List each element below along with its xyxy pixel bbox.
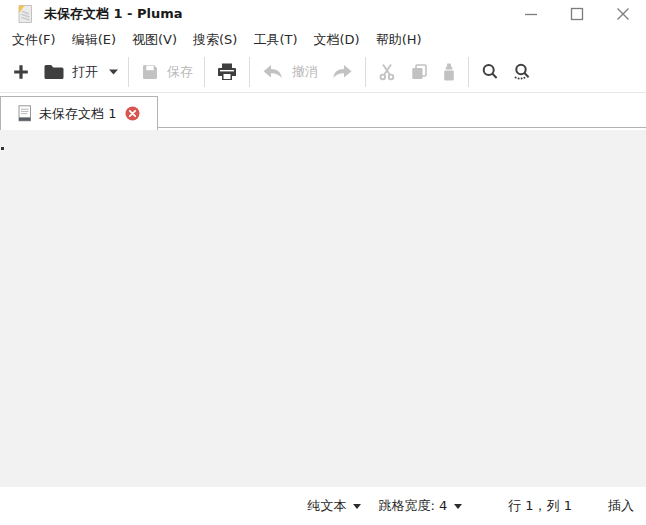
open-button-label: 打开: [72, 63, 98, 81]
find-button[interactable]: [474, 57, 506, 87]
menu-tools[interactable]: 工具(T): [245, 29, 305, 51]
undo-button-label: 撤消: [292, 63, 318, 81]
tab-unsaved-document[interactable]: 未保存文档 1: [0, 96, 158, 130]
search-replace-icon: [512, 62, 532, 82]
close-button[interactable]: [600, 0, 646, 28]
menu-file[interactable]: 文件(F): [4, 29, 64, 51]
save-floppy-icon: [140, 62, 160, 82]
cursor-position: 行 1，列 1: [508, 497, 572, 515]
dropdown-arrow-icon: [109, 69, 118, 75]
cursor-position-label: 行 1，列 1: [508, 497, 572, 515]
new-document-icon: [11, 62, 31, 82]
tab-width-label: 跳格宽度: 4: [378, 497, 447, 515]
copy-icon: [409, 62, 429, 82]
open-dropdown-button[interactable]: [104, 64, 123, 80]
tab-close-button[interactable]: [125, 106, 140, 121]
menu-search[interactable]: 搜索(S): [185, 29, 245, 51]
window-title: 未保存文档 1 - Pluma: [44, 5, 183, 23]
menu-view[interactable]: 视图(V): [124, 29, 185, 51]
cut-scissors-icon: [377, 62, 397, 82]
window-controls: [508, 0, 646, 28]
tabbar-bottom-border: [158, 127, 646, 128]
input-mode-label: 插入: [608, 497, 634, 515]
minimize-icon: [524, 7, 538, 21]
open-button[interactable]: 打开: [37, 58, 104, 86]
pluma-window: 未保存文档 1 - Pluma 文件(F) 编辑(E) 视图(V) 搜索(S) …: [0, 0, 646, 525]
open-folder-icon: [43, 63, 65, 81]
new-document-button[interactable]: [5, 57, 37, 87]
tab-title: 未保存文档 1: [39, 105, 116, 123]
toolbar-separator: [365, 57, 366, 87]
language-label: 纯文本: [307, 497, 346, 515]
maximize-button[interactable]: [554, 0, 600, 28]
toolbar-separator: [468, 57, 469, 87]
text-editor-area[interactable]: [0, 130, 646, 487]
menu-edit[interactable]: 编辑(E): [64, 29, 124, 51]
input-mode-indicator: 插入: [608, 497, 634, 515]
toolbar-separator: [128, 57, 129, 87]
cut-button: [371, 57, 403, 87]
save-button: 保存: [134, 57, 199, 87]
tab-close-icon: [125, 106, 140, 121]
text-caret: [1, 147, 4, 150]
copy-button: [403, 57, 435, 87]
replace-button[interactable]: [506, 57, 538, 87]
chevron-down-icon: [454, 504, 462, 509]
toolbar-separator: [249, 57, 250, 87]
minimize-button[interactable]: [508, 0, 554, 28]
paste-icon: [441, 62, 457, 82]
redo-icon: [330, 62, 354, 82]
language-selector[interactable]: 纯文本: [307, 497, 361, 515]
redo-button: [324, 57, 360, 87]
undo-button: 撤消: [255, 57, 324, 87]
statusbar: 纯文本 跳格宽度: 4 行 1，列 1 插入: [0, 487, 646, 525]
print-icon: [216, 62, 238, 82]
chevron-down-icon: [353, 504, 361, 509]
close-icon: [616, 7, 630, 21]
menu-help[interactable]: 帮助(H): [368, 29, 430, 51]
paste-button: [435, 57, 463, 87]
save-button-label: 保存: [167, 63, 193, 81]
toolbar-separator: [204, 57, 205, 87]
titlebar: 未保存文档 1 - Pluma: [0, 0, 646, 28]
menubar: 文件(F) 编辑(E) 视图(V) 搜索(S) 工具(T) 文档(D) 帮助(H…: [0, 28, 646, 52]
pluma-app-icon: [14, 3, 36, 25]
tabbar: 未保存文档 1: [0, 93, 646, 130]
menu-documents[interactable]: 文档(D): [306, 29, 368, 51]
document-icon: [18, 105, 32, 122]
print-button[interactable]: [210, 57, 244, 87]
maximize-icon: [570, 7, 584, 21]
tab-width-selector[interactable]: 跳格宽度: 4: [378, 497, 462, 515]
undo-icon: [261, 62, 285, 82]
search-icon: [480, 62, 500, 82]
toolbar: 打开 保存 撤消: [0, 52, 646, 93]
